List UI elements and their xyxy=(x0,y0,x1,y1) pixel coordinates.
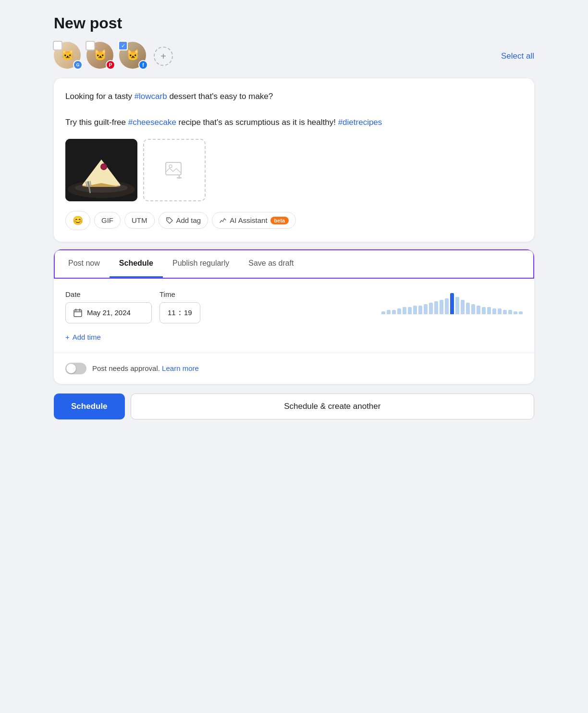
date-label: Date xyxy=(65,290,152,298)
tab-save-as-draft[interactable]: Save as draft xyxy=(239,250,303,278)
date-value: May 21, 2024 xyxy=(87,308,131,317)
facebook-badge-3: f xyxy=(138,60,148,70)
time-picker-button[interactable]: 11 : 19 xyxy=(159,302,200,323)
hashtag-dietrecipes[interactable]: #dietrecipes xyxy=(338,118,382,127)
account-item-3[interactable]: 🐱 ✓ f xyxy=(119,42,148,71)
bar-14 xyxy=(455,297,459,314)
select-all-button[interactable]: Select all xyxy=(501,51,534,61)
utm-label: UTM xyxy=(132,216,147,224)
utm-button[interactable]: UTM xyxy=(124,212,155,229)
bar-13 xyxy=(450,293,454,314)
bar-5 xyxy=(408,307,412,314)
gif-button[interactable]: GIF xyxy=(94,212,121,229)
checkbox-1 xyxy=(53,41,62,50)
add-account-button[interactable]: + xyxy=(154,47,173,66)
calendar-icon xyxy=(74,308,82,317)
bar-10 xyxy=(434,301,438,314)
bar-21 xyxy=(492,308,496,314)
google-badge-1: G xyxy=(73,60,83,70)
tab-post-now[interactable]: Post now xyxy=(59,250,110,278)
accounts-row: 🐱 G 🐱 P 🐱 ✓ f + Select all xyxy=(54,42,534,71)
bar-18 xyxy=(477,306,480,314)
svg-point-7 xyxy=(101,164,106,169)
emoji-button[interactable]: 😊 xyxy=(65,211,90,230)
bar-4 xyxy=(403,307,406,314)
date-time-row: Date May 21, 2024 Time xyxy=(65,290,523,323)
tab-schedule[interactable]: Schedule xyxy=(110,250,163,278)
time-separator: : xyxy=(179,308,181,317)
tabs-row: Post now Schedule Publish regularly Save… xyxy=(54,249,534,279)
bar-15 xyxy=(461,300,465,314)
approval-section: Post needs approval. Learn more xyxy=(54,353,534,384)
hashtag-lowcarb[interactable]: #lowcarb xyxy=(135,92,167,101)
schedule-button[interactable]: Schedule xyxy=(54,393,125,419)
page-container: New post 🐱 G 🐱 P 🐱 ✓ f + Select all Look… xyxy=(54,14,534,419)
svg-rect-18 xyxy=(74,310,82,317)
time-group: Time 11 : 19 xyxy=(159,290,200,323)
approval-text: Post needs approval. Learn more xyxy=(92,364,199,372)
hashtag-cheesecake[interactable]: #cheesecake xyxy=(128,118,176,127)
bar-20 xyxy=(487,307,491,314)
post-image-1[interactable] xyxy=(65,139,137,201)
add-image-icon xyxy=(165,161,184,179)
engagement-bar-chart xyxy=(381,290,523,314)
page-title: New post xyxy=(54,14,534,32)
bar-2 xyxy=(392,310,396,314)
post-text-line1b: dessert that's easy to make? xyxy=(167,92,273,101)
schedule-section: Post now Schedule Publish regularly Save… xyxy=(54,249,534,384)
add-tag-button[interactable]: Add tag xyxy=(159,212,208,229)
add-time-button[interactable]: + Add time xyxy=(65,331,101,343)
tab-publish-regularly[interactable]: Publish regularly xyxy=(163,250,239,278)
schedule-body: Date May 21, 2024 Time xyxy=(54,279,534,353)
time-label: Time xyxy=(159,290,200,298)
svg-point-17 xyxy=(168,219,169,220)
tag-icon xyxy=(166,217,173,224)
schedule-another-button[interactable]: Schedule & create another xyxy=(131,393,534,419)
ai-assistant-button[interactable]: AI Assistant beta xyxy=(212,212,296,229)
bar-16 xyxy=(466,303,470,314)
add-time-label: Add time xyxy=(73,333,101,341)
post-card: Looking for a tasty #lowcarb dessert tha… xyxy=(54,78,534,242)
bar-11 xyxy=(440,300,443,314)
learn-more-link[interactable]: Learn more xyxy=(162,364,199,372)
checkbox-2 xyxy=(86,41,95,50)
bar-7 xyxy=(418,306,422,314)
bar-8 xyxy=(424,304,428,314)
approval-text-label: Post needs approval. xyxy=(92,364,160,372)
post-text-line1: Looking for a tasty xyxy=(65,92,135,101)
bar-26 xyxy=(519,311,523,314)
bar-6 xyxy=(413,306,417,314)
bar-22 xyxy=(498,308,502,314)
bar-3 xyxy=(397,308,401,314)
add-image-button[interactable] xyxy=(143,139,206,201)
time-minute: 19 xyxy=(184,308,192,317)
add-time-plus: + xyxy=(65,333,70,341)
bar-25 xyxy=(514,311,517,314)
gif-label: GIF xyxy=(101,216,113,224)
post-text-line2: Try this guilt-free xyxy=(65,118,128,127)
post-toolbar: 😊 GIF UTM Add tag xyxy=(65,211,523,230)
date-picker-button[interactable]: May 21, 2024 xyxy=(65,302,152,323)
bar-0 xyxy=(381,311,385,314)
post-text-line2b: recipe that's as scrumptious as it is he… xyxy=(176,118,338,127)
ai-label: AI Assistant xyxy=(230,216,267,224)
account-item-1[interactable]: 🐱 G xyxy=(54,42,83,71)
approval-toggle[interactable] xyxy=(65,363,86,374)
images-row xyxy=(65,139,523,201)
beta-badge: beta xyxy=(270,217,289,224)
pinterest-badge-2: P xyxy=(106,60,115,70)
cheesecake-svg xyxy=(65,139,137,201)
bar-23 xyxy=(503,310,507,314)
svg-rect-13 xyxy=(166,162,181,175)
post-text[interactable]: Looking for a tasty #lowcarb dessert tha… xyxy=(65,90,523,129)
time-hour: 11 xyxy=(168,308,176,317)
toggle-knob xyxy=(66,364,76,373)
bar-24 xyxy=(508,310,512,314)
bar-9 xyxy=(429,303,433,314)
checkbox-3: ✓ xyxy=(118,41,128,50)
bar-1 xyxy=(387,310,391,314)
bar-12 xyxy=(445,298,449,314)
account-item-2[interactable]: 🐱 P xyxy=(86,42,115,71)
svg-point-14 xyxy=(169,165,172,168)
bar-17 xyxy=(471,304,475,314)
